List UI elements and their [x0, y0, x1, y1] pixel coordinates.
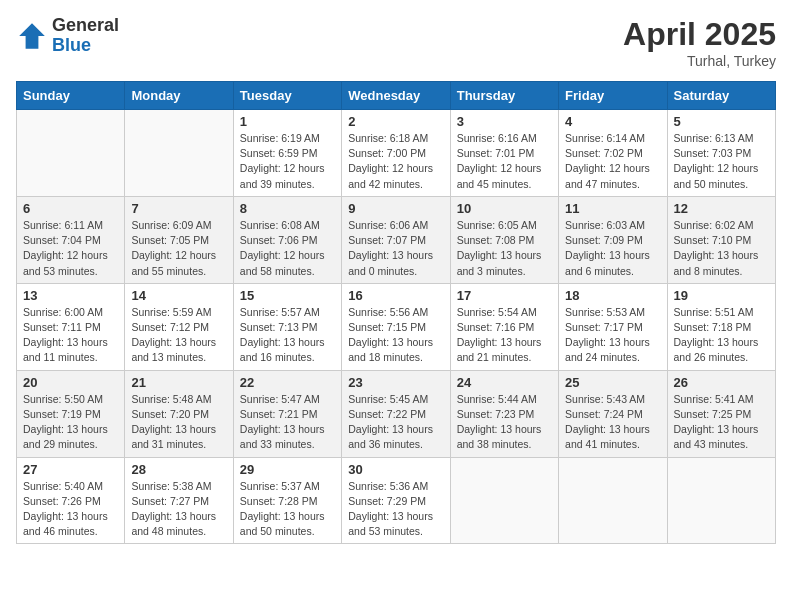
day-number: 29: [240, 462, 335, 477]
calendar-header-row: SundayMondayTuesdayWednesdayThursdayFrid…: [17, 82, 776, 110]
day-info: Sunrise: 5:45 AM Sunset: 7:22 PM Dayligh…: [348, 392, 443, 453]
day-info: Sunrise: 6:03 AM Sunset: 7:09 PM Dayligh…: [565, 218, 660, 279]
calendar-week-row: 6Sunrise: 6:11 AM Sunset: 7:04 PM Daylig…: [17, 196, 776, 283]
weekday-header: Monday: [125, 82, 233, 110]
day-info: Sunrise: 6:16 AM Sunset: 7:01 PM Dayligh…: [457, 131, 552, 192]
logo-icon: [16, 20, 48, 52]
calendar-table: SundayMondayTuesdayWednesdayThursdayFrid…: [16, 81, 776, 544]
day-info: Sunrise: 5:47 AM Sunset: 7:21 PM Dayligh…: [240, 392, 335, 453]
day-info: Sunrise: 6:09 AM Sunset: 7:05 PM Dayligh…: [131, 218, 226, 279]
day-info: Sunrise: 5:59 AM Sunset: 7:12 PM Dayligh…: [131, 305, 226, 366]
calendar-day-cell: [559, 457, 667, 544]
weekday-header: Wednesday: [342, 82, 450, 110]
day-info: Sunrise: 5:48 AM Sunset: 7:20 PM Dayligh…: [131, 392, 226, 453]
calendar-day-cell: [667, 457, 775, 544]
day-number: 18: [565, 288, 660, 303]
calendar-day-cell: 19Sunrise: 5:51 AM Sunset: 7:18 PM Dayli…: [667, 283, 775, 370]
location: Turhal, Turkey: [623, 53, 776, 69]
day-info: Sunrise: 6:00 AM Sunset: 7:11 PM Dayligh…: [23, 305, 118, 366]
day-number: 8: [240, 201, 335, 216]
day-number: 12: [674, 201, 769, 216]
day-number: 26: [674, 375, 769, 390]
day-info: Sunrise: 6:08 AM Sunset: 7:06 PM Dayligh…: [240, 218, 335, 279]
page-header: General Blue April 2025 Turhal, Turkey: [16, 16, 776, 69]
svg-marker-0: [19, 23, 45, 49]
logo-blue-text: Blue: [52, 36, 119, 56]
weekday-header: Thursday: [450, 82, 558, 110]
day-number: 2: [348, 114, 443, 129]
day-number: 10: [457, 201, 552, 216]
day-info: Sunrise: 6:14 AM Sunset: 7:02 PM Dayligh…: [565, 131, 660, 192]
weekday-header: Tuesday: [233, 82, 341, 110]
calendar-week-row: 27Sunrise: 5:40 AM Sunset: 7:26 PM Dayli…: [17, 457, 776, 544]
day-number: 7: [131, 201, 226, 216]
day-info: Sunrise: 5:54 AM Sunset: 7:16 PM Dayligh…: [457, 305, 552, 366]
calendar-day-cell: 24Sunrise: 5:44 AM Sunset: 7:23 PM Dayli…: [450, 370, 558, 457]
day-info: Sunrise: 5:36 AM Sunset: 7:29 PM Dayligh…: [348, 479, 443, 540]
day-number: 11: [565, 201, 660, 216]
day-info: Sunrise: 5:57 AM Sunset: 7:13 PM Dayligh…: [240, 305, 335, 366]
day-info: Sunrise: 6:18 AM Sunset: 7:00 PM Dayligh…: [348, 131, 443, 192]
weekday-header: Friday: [559, 82, 667, 110]
day-info: Sunrise: 6:19 AM Sunset: 6:59 PM Dayligh…: [240, 131, 335, 192]
day-info: Sunrise: 5:44 AM Sunset: 7:23 PM Dayligh…: [457, 392, 552, 453]
calendar-day-cell: 8Sunrise: 6:08 AM Sunset: 7:06 PM Daylig…: [233, 196, 341, 283]
calendar-day-cell: 16Sunrise: 5:56 AM Sunset: 7:15 PM Dayli…: [342, 283, 450, 370]
day-number: 17: [457, 288, 552, 303]
day-info: Sunrise: 5:56 AM Sunset: 7:15 PM Dayligh…: [348, 305, 443, 366]
calendar-day-cell: 29Sunrise: 5:37 AM Sunset: 7:28 PM Dayli…: [233, 457, 341, 544]
day-info: Sunrise: 5:40 AM Sunset: 7:26 PM Dayligh…: [23, 479, 118, 540]
day-number: 30: [348, 462, 443, 477]
day-number: 9: [348, 201, 443, 216]
day-number: 15: [240, 288, 335, 303]
calendar-day-cell: 30Sunrise: 5:36 AM Sunset: 7:29 PM Dayli…: [342, 457, 450, 544]
day-number: 27: [23, 462, 118, 477]
day-number: 5: [674, 114, 769, 129]
day-info: Sunrise: 5:50 AM Sunset: 7:19 PM Dayligh…: [23, 392, 118, 453]
calendar-week-row: 20Sunrise: 5:50 AM Sunset: 7:19 PM Dayli…: [17, 370, 776, 457]
day-number: 22: [240, 375, 335, 390]
logo: General Blue: [16, 16, 119, 56]
day-number: 14: [131, 288, 226, 303]
day-number: 6: [23, 201, 118, 216]
day-number: 28: [131, 462, 226, 477]
day-info: Sunrise: 5:41 AM Sunset: 7:25 PM Dayligh…: [674, 392, 769, 453]
calendar-day-cell: 15Sunrise: 5:57 AM Sunset: 7:13 PM Dayli…: [233, 283, 341, 370]
day-number: 13: [23, 288, 118, 303]
logo-general-text: General: [52, 16, 119, 36]
day-number: 16: [348, 288, 443, 303]
calendar-day-cell: 10Sunrise: 6:05 AM Sunset: 7:08 PM Dayli…: [450, 196, 558, 283]
calendar-week-row: 1Sunrise: 6:19 AM Sunset: 6:59 PM Daylig…: [17, 110, 776, 197]
calendar-day-cell: 1Sunrise: 6:19 AM Sunset: 6:59 PM Daylig…: [233, 110, 341, 197]
day-info: Sunrise: 5:37 AM Sunset: 7:28 PM Dayligh…: [240, 479, 335, 540]
day-number: 23: [348, 375, 443, 390]
calendar-day-cell: 11Sunrise: 6:03 AM Sunset: 7:09 PM Dayli…: [559, 196, 667, 283]
day-number: 1: [240, 114, 335, 129]
calendar-day-cell: 28Sunrise: 5:38 AM Sunset: 7:27 PM Dayli…: [125, 457, 233, 544]
calendar-day-cell: 6Sunrise: 6:11 AM Sunset: 7:04 PM Daylig…: [17, 196, 125, 283]
calendar-day-cell: 22Sunrise: 5:47 AM Sunset: 7:21 PM Dayli…: [233, 370, 341, 457]
calendar-day-cell: 4Sunrise: 6:14 AM Sunset: 7:02 PM Daylig…: [559, 110, 667, 197]
calendar-day-cell: [125, 110, 233, 197]
day-number: 3: [457, 114, 552, 129]
calendar-day-cell: [17, 110, 125, 197]
day-info: Sunrise: 5:43 AM Sunset: 7:24 PM Dayligh…: [565, 392, 660, 453]
calendar-day-cell: 25Sunrise: 5:43 AM Sunset: 7:24 PM Dayli…: [559, 370, 667, 457]
calendar-day-cell: 23Sunrise: 5:45 AM Sunset: 7:22 PM Dayli…: [342, 370, 450, 457]
day-info: Sunrise: 6:11 AM Sunset: 7:04 PM Dayligh…: [23, 218, 118, 279]
calendar-day-cell: 26Sunrise: 5:41 AM Sunset: 7:25 PM Dayli…: [667, 370, 775, 457]
calendar-day-cell: 27Sunrise: 5:40 AM Sunset: 7:26 PM Dayli…: [17, 457, 125, 544]
weekday-header: Sunday: [17, 82, 125, 110]
day-info: Sunrise: 6:06 AM Sunset: 7:07 PM Dayligh…: [348, 218, 443, 279]
weekday-header: Saturday: [667, 82, 775, 110]
day-number: 24: [457, 375, 552, 390]
calendar-day-cell: 14Sunrise: 5:59 AM Sunset: 7:12 PM Dayli…: [125, 283, 233, 370]
calendar-day-cell: 20Sunrise: 5:50 AM Sunset: 7:19 PM Dayli…: [17, 370, 125, 457]
day-info: Sunrise: 5:51 AM Sunset: 7:18 PM Dayligh…: [674, 305, 769, 366]
calendar-day-cell: 7Sunrise: 6:09 AM Sunset: 7:05 PM Daylig…: [125, 196, 233, 283]
day-number: 4: [565, 114, 660, 129]
day-number: 20: [23, 375, 118, 390]
calendar-day-cell: 17Sunrise: 5:54 AM Sunset: 7:16 PM Dayli…: [450, 283, 558, 370]
calendar-day-cell: 9Sunrise: 6:06 AM Sunset: 7:07 PM Daylig…: [342, 196, 450, 283]
calendar-day-cell: 5Sunrise: 6:13 AM Sunset: 7:03 PM Daylig…: [667, 110, 775, 197]
